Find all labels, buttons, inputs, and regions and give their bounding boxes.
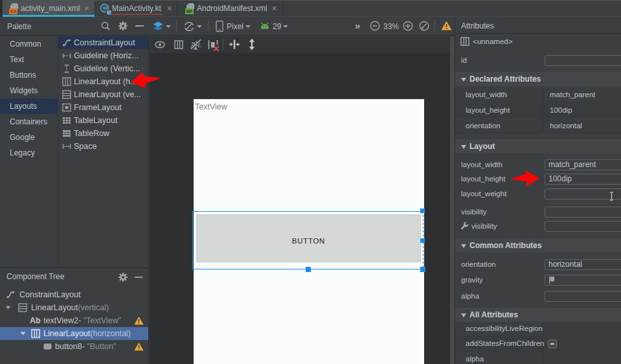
svg-text:MF: MF	[186, 9, 193, 14]
svg-text:<>: <>	[10, 8, 16, 14]
svg-text:ab: ab	[192, 40, 200, 47]
